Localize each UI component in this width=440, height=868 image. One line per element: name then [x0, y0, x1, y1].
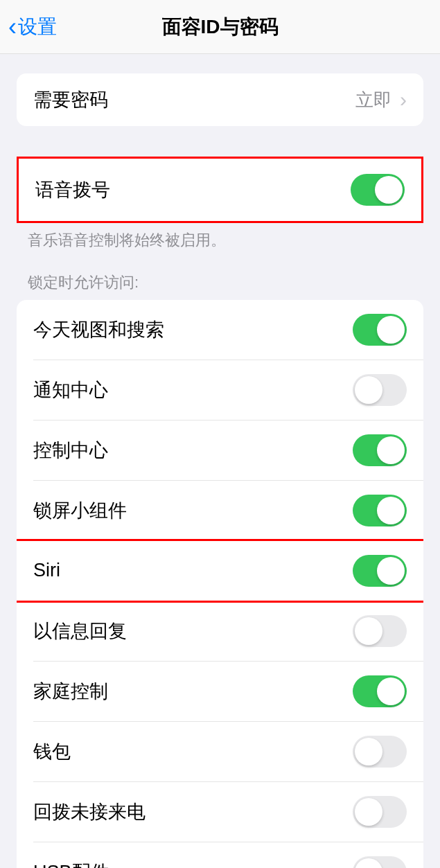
voice-dial-highlight: 语音拨号 [17, 157, 423, 223]
voice-dial-row: 语音拨号 [19, 159, 421, 221]
voice-dial-footer: 音乐语音控制将始终被启用。 [0, 223, 440, 251]
wallet-row: 钱包 [17, 722, 423, 781]
chevron-right-icon: › [400, 88, 407, 112]
lock-access-group: 今天视图和搜索 通知中心 控制中心 锁屏小组件 Siri 以信息回复 [17, 300, 423, 868]
widgets-label: 锁屏小组件 [33, 498, 127, 523]
reply-message-toggle[interactable] [353, 615, 407, 647]
header: ‹ 设置 面容ID与密码 [0, 0, 440, 54]
wallet-toggle[interactable] [353, 736, 407, 768]
today-view-row: 今天视图和搜索 [17, 300, 423, 360]
wallet-label: 钱包 [33, 739, 71, 764]
passcode-group: 需要密码 立即 › [17, 73, 423, 126]
today-view-toggle[interactable] [353, 314, 407, 346]
siri-row: Siri [17, 541, 423, 601]
callback-row: 回拨未接来电 [17, 782, 423, 842]
today-view-label: 今天视图和搜索 [33, 317, 164, 342]
lock-access-header: 锁定时允许访问: [0, 251, 440, 300]
usb-toggle[interactable] [353, 856, 407, 868]
control-center-row: 控制中心 [17, 420, 423, 480]
page-title: 面容ID与密码 [0, 14, 440, 40]
chevron-left-icon: ‹ [8, 12, 17, 42]
widgets-toggle[interactable] [353, 495, 407, 526]
widgets-row: 锁屏小组件 [17, 481, 423, 540]
usb-row: USB配件 [17, 842, 423, 868]
callback-toggle[interactable] [353, 796, 407, 828]
notification-center-toggle[interactable] [353, 374, 407, 406]
usb-label: USB配件 [33, 860, 109, 868]
siri-label: Siri [33, 560, 60, 581]
voice-dial-label: 语音拨号 [35, 177, 110, 202]
siri-toggle[interactable] [353, 555, 407, 587]
home-control-label: 家庭控制 [33, 679, 108, 704]
require-passcode-label: 需要密码 [33, 87, 108, 112]
notification-center-label: 通知中心 [33, 378, 108, 402]
reply-message-label: 以信息回复 [33, 619, 127, 644]
control-center-label: 控制中心 [33, 438, 108, 463]
notification-center-row: 通知中心 [17, 360, 423, 420]
reply-message-row: 以信息回复 [17, 601, 423, 661]
back-label: 设置 [18, 14, 57, 40]
back-button[interactable]: ‹ 设置 [0, 12, 57, 42]
require-passcode-row[interactable]: 需要密码 立即 › [17, 73, 423, 126]
callback-label: 回拨未接来电 [33, 799, 146, 824]
home-control-row: 家庭控制 [17, 662, 423, 721]
home-control-toggle[interactable] [353, 675, 407, 707]
require-passcode-value: 立即 › [355, 88, 407, 112]
voice-dial-toggle[interactable] [351, 174, 405, 206]
control-center-toggle[interactable] [353, 434, 407, 466]
